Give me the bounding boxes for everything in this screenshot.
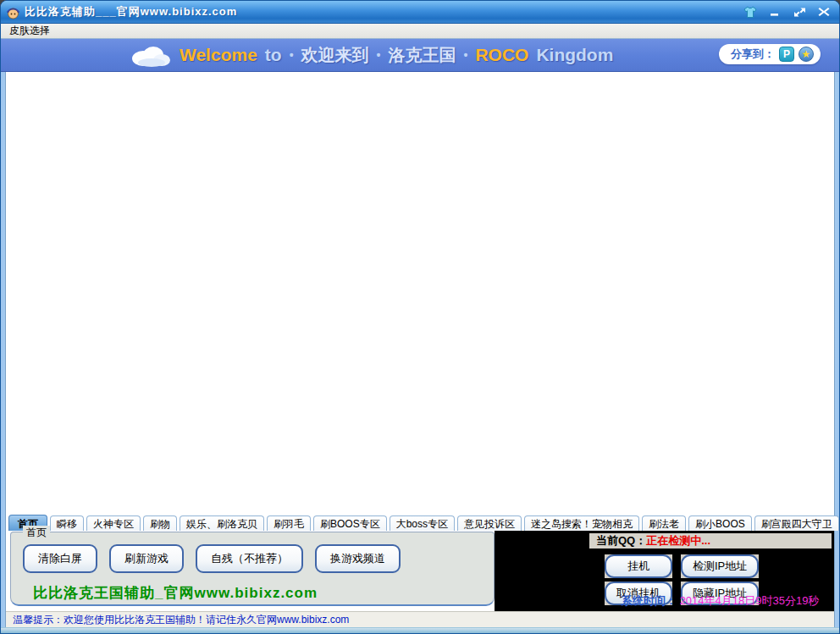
- shirt-icon: [743, 6, 757, 19]
- maximize-button[interactable]: [789, 4, 810, 19]
- bottom-section: 首页 清除白屏 刷新游戏 自残（不推荐） 换游戏频道 比比洛克王国辅助_官网ww…: [6, 531, 834, 611]
- system-time-row: 系统时间： 2014年4月18日9时35分19秒: [622, 593, 819, 609]
- system-time-label: 系统时间：: [622, 594, 677, 607]
- tab-farm-pharaoh[interactable]: 刷法老: [642, 515, 686, 531]
- tab-fun-farm-coins[interactable]: 娱乐、刷洛克贝: [180, 515, 264, 531]
- banner-welcome: Welcome: [180, 45, 257, 65]
- tab-fire-god-zone[interactable]: 火神专区: [86, 515, 141, 531]
- tab-boss-zone[interactable]: 刷BOOS专区: [313, 515, 387, 531]
- window-title: 比比洛克辅助___官网www.bibixz.com: [25, 4, 736, 19]
- tabbar: 首页 瞬移 火神专区 刷物 娱乐、刷洛克贝 刷羽毛 刷BOOS专区 大boss专…: [6, 515, 834, 531]
- cloud-icon: [128, 42, 172, 68]
- banner-text: Welcome to • 欢迎来到 • 洛克王国 • ROCO Kingdom: [128, 42, 613, 68]
- window-bottom-border: [1, 627, 839, 634]
- statusbar: 温馨提示：欢迎您使用比比洛克王国辅助！请记住永久官网www.bibixz.com: [6, 611, 834, 627]
- change-channel-button[interactable]: 换游戏频道: [315, 544, 401, 573]
- banner-bullet-2: •: [377, 48, 381, 62]
- maximize-icon: [793, 7, 806, 18]
- share-label: 分享到：: [731, 47, 775, 62]
- banner: Welcome to • 欢迎来到 • 洛克王国 • ROCO Kingdom …: [1, 39, 839, 72]
- game-content-area: [6, 72, 834, 515]
- current-qq-label: 当前QQ：: [596, 533, 646, 549]
- home-groupbox-title: 首页: [23, 526, 50, 540]
- banner-bullet-1: •: [290, 48, 294, 62]
- skin-button[interactable]: [740, 4, 760, 19]
- current-qq-strip: 当前QQ： 正在检测中...: [589, 533, 832, 549]
- banner-roco: ROCO: [475, 45, 528, 65]
- tab-teleport[interactable]: 瞬移: [50, 515, 84, 531]
- tab-feedback-zone[interactable]: 意见投诉区: [457, 515, 522, 531]
- tab-farm-items[interactable]: 刷物: [143, 515, 177, 531]
- refresh-game-button[interactable]: 刷新游戏: [109, 544, 184, 573]
- close-icon: [818, 7, 830, 17]
- status-tip-text: 温馨提示：欢迎您使用比比洛克王国辅助！请记住永久官网www.bibixz.com: [13, 613, 349, 627]
- titlebar: 比比洛克辅助___官网www.bibixz.com: [1, 1, 839, 24]
- app-icon: [6, 5, 20, 19]
- tab-mystery-island-search[interactable]: 迷之岛搜索！宠物相克: [524, 515, 639, 531]
- detect-ip-button[interactable]: 检测IP地址: [681, 554, 759, 578]
- qzone-icon[interactable]: ★: [799, 47, 814, 62]
- home-buttons: 清除白屏 刷新游戏 自残（不推荐） 换游戏频道: [23, 544, 494, 573]
- tab-palace-guards[interactable]: 刷宫殿四大守卫: [754, 515, 839, 531]
- minimize-icon: [769, 7, 781, 17]
- tab-farm-small-boss[interactable]: 刷小BOOS: [688, 515, 752, 531]
- banner-to: to: [265, 45, 282, 65]
- promo-text: 比比洛克王国辅助_官网www.bibixz.com: [33, 583, 494, 603]
- tab-farm-feathers[interactable]: 刷羽毛: [267, 515, 311, 531]
- banner-cn-kingdom: 洛克王国: [388, 44, 456, 67]
- menu-item-skin-select[interactable]: 皮肤选择: [8, 24, 52, 38]
- banner-bullet-3: •: [463, 48, 467, 62]
- home-groupbox: 首页 清除白屏 刷新游戏 自残（不推荐） 换游戏频道 比比洛克王国辅助_官网ww…: [10, 532, 495, 606]
- right-panel: 当前QQ： 正在检测中... 挂机 检测IP地址 取消挂机 隐藏IP地址 系统时…: [495, 531, 834, 611]
- banner-kingdom: Kingdom: [536, 45, 613, 65]
- close-button[interactable]: [814, 4, 834, 19]
- minimize-button[interactable]: [765, 4, 785, 19]
- tab-big-boss-zone[interactable]: 大boss专区: [390, 515, 455, 531]
- hang-up-button[interactable]: 挂机: [605, 554, 672, 578]
- menubar: 皮肤选择: [1, 24, 839, 39]
- system-time-value: 2014年4月18日9时35分19秒: [680, 594, 820, 607]
- share-pill: 分享到： P ★: [719, 44, 821, 64]
- banner-cn-welcome: 欢迎来到: [301, 44, 369, 67]
- self-harm-button[interactable]: 自残（不推荐）: [196, 544, 303, 573]
- clear-white-screen-button[interactable]: 清除白屏: [23, 544, 97, 573]
- pengyou-icon[interactable]: P: [779, 47, 794, 62]
- app-window: 比比洛克辅助___官网www.bibixz.com 皮肤选择: [0, 0, 840, 634]
- current-qq-status: 正在检测中...: [646, 533, 710, 549]
